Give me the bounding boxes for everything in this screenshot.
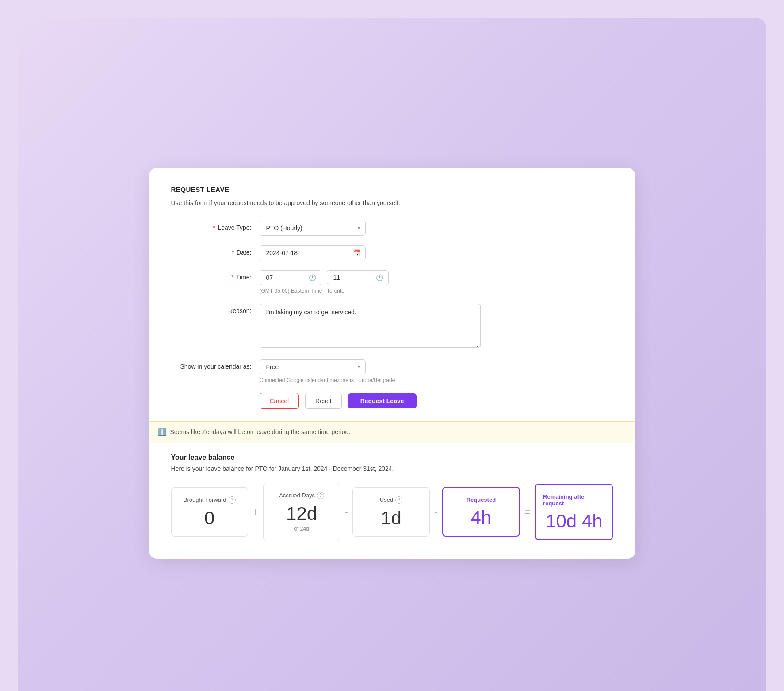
calendar-label: Show in your calendar as: <box>171 359 260 370</box>
timezone-hint: (GMT-05:00) Eastern Time - Toronto <box>260 288 498 294</box>
info-text: Seems like Zendaya will be on leave duri… <box>170 428 351 435</box>
reason-control: I'm taking my car to get serviced. <box>260 304 498 350</box>
date-required-marker: * <box>232 249 234 256</box>
brought-forward-label: Brought Forward ? <box>184 496 236 504</box>
requested-value: 4h <box>471 508 492 527</box>
date-group: * Date: 📅 <box>171 245 613 260</box>
leave-type-group: * Leave Type: PTO (Hourly) Sick Leave Va… <box>171 221 613 236</box>
operator-minus-1: - <box>340 506 352 518</box>
leave-balance-subtitle: Here is your leave balance for PTO for J… <box>171 465 613 472</box>
accrued-sub: of 24d <box>294 526 309 532</box>
date-label: * Date: <box>171 245 260 256</box>
remaining-label: Remaining after request <box>543 493 605 507</box>
used-card: Used ? 1d <box>352 487 429 537</box>
requested-label: Requested <box>467 496 496 503</box>
leave-type-required-marker: * <box>213 224 215 231</box>
leave-type-select[interactable]: PTO (Hourly) Sick Leave Vacation Persona… <box>260 221 366 236</box>
time-from-wrapper: 🕐 <box>260 270 321 285</box>
page-subtitle: Use this form if your request needs to b… <box>171 199 613 206</box>
info-banner: ℹ️ Seems like Zendaya will be on leave d… <box>149 421 635 443</box>
used-help-icon[interactable]: ? <box>395 496 402 504</box>
time-from-input[interactable] <box>260 270 321 285</box>
time-required-marker: * <box>231 274 233 281</box>
leave-balance-section: Your leave balance Here is your leave ba… <box>171 454 613 541</box>
time-to-wrapper: 🕐 <box>327 270 389 285</box>
reason-group: Reason: I'm taking my car to get service… <box>171 304 613 350</box>
date-control: 📅 <box>260 245 498 260</box>
brought-forward-card: Brought Forward ? 0 <box>171 487 248 537</box>
time-to-input[interactable] <box>327 270 389 285</box>
leave-type-label: * Leave Type: <box>171 221 260 231</box>
used-value: 1d <box>381 509 402 527</box>
accrued-value: 12d <box>286 504 317 523</box>
info-icon: ℹ️ <box>158 428 167 436</box>
accrued-help-icon[interactable]: ? <box>317 492 324 499</box>
calendar-select-wrapper: Free Busy Tentative ▾ Connected Google c… <box>260 359 498 383</box>
calendar-control: Free Busy Tentative ▾ Connected Google c… <box>260 359 498 383</box>
used-label: Used ? <box>380 496 402 504</box>
time-row: 🕐 🕐 <box>260 270 498 285</box>
request-leave-button[interactable]: Request Leave <box>348 393 417 408</box>
time-group: * Time: 🕐 🕐 (GMT-05:00) Eastern Time - T… <box>171 270 613 294</box>
date-input[interactable] <box>260 245 366 260</box>
calendar-hint: Connected Google calendar timezone is Eu… <box>260 377 498 383</box>
cancel-button[interactable]: Cancel <box>260 393 299 409</box>
accrued-label: Accrued Days ? <box>279 492 324 499</box>
calendar-dropdown-wrapper: Free Busy Tentative ▾ <box>260 359 366 374</box>
button-row: Cancel Reset Request Leave <box>260 393 613 409</box>
operator-minus-2: - <box>430 506 442 518</box>
balance-row: Brought Forward ? 0 + Accrued Days ? 12d… <box>171 483 613 541</box>
time-label: * Time: <box>171 270 260 281</box>
remaining-value: 10d 4h <box>546 512 602 531</box>
brought-forward-help-icon[interactable]: ? <box>229 496 236 504</box>
operator-plus: + <box>248 506 263 518</box>
calendar-group: Show in your calendar as: Free Busy Tent… <box>171 359 613 383</box>
reason-textarea[interactable]: I'm taking my car to get serviced. <box>260 304 481 348</box>
brought-forward-value: 0 <box>204 509 214 527</box>
leave-type-select-wrapper: PTO (Hourly) Sick Leave Vacation Persona… <box>260 221 366 236</box>
reason-label: Reason: <box>171 304 260 314</box>
time-control: 🕐 🕐 (GMT-05:00) Eastern Time - Toronto <box>260 270 498 294</box>
remaining-card: Remaining after request 10d 4h <box>535 484 613 540</box>
date-input-wrapper: 📅 <box>260 245 366 260</box>
requested-card: Requested 4h <box>442 487 520 537</box>
page-title: REQUEST LEAVE <box>171 186 613 193</box>
leave-type-control: PTO (Hourly) Sick Leave Vacation Persona… <box>260 221 498 236</box>
calendar-select[interactable]: Free Busy Tentative <box>260 359 366 374</box>
leave-balance-title: Your leave balance <box>171 454 613 462</box>
operator-equals: = <box>520 506 535 518</box>
accrued-card: Accrued Days ? 12d of 24d <box>263 483 340 541</box>
reset-button[interactable]: Reset <box>305 393 342 409</box>
